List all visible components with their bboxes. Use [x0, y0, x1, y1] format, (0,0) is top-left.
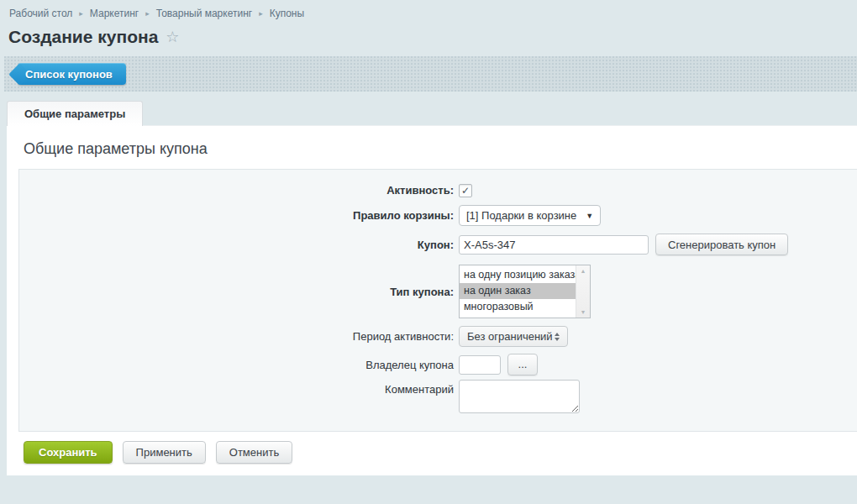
- cancel-button[interactable]: Отменить: [216, 441, 292, 464]
- basket-rule-selected-value: [1] Подарки в корзине: [466, 209, 576, 222]
- breadcrumb-item-marketing[interactable]: Маркетинг: [90, 8, 139, 19]
- coupon-form-panel: Активность: ✓ Правило корзины: [1] Подар…: [18, 169, 857, 432]
- coupon-type-option-single-order[interactable]: на один заказ: [460, 283, 576, 299]
- coupon-type-row: Тип купона: на одну позицию заказа на од…: [19, 265, 857, 318]
- tab-bar: Общие параметры: [7, 101, 857, 125]
- basket-rule-label: Правило корзины:: [19, 208, 459, 223]
- coupon-type-listbox[interactable]: на одну позицию заказа на один заказ мно…: [459, 265, 591, 318]
- footer-button-bar: Сохранить Применить Отменить: [7, 432, 857, 464]
- coupon-code-input[interactable]: [459, 235, 649, 255]
- basket-rule-row: Правило корзины: [1] Подарки в корзине ▼: [19, 205, 857, 226]
- coupon-type-option-single-item[interactable]: на одну позицию заказа: [460, 267, 576, 283]
- select-spinner-icon: [555, 333, 560, 341]
- comment-row: Комментарий: [19, 380, 857, 413]
- coupon-type-options: на одну позицию заказа на один заказ мно…: [460, 265, 576, 318]
- breadcrumb: Рабочий стол ▸ Маркетинг ▸ Товарный марк…: [0, 0, 857, 19]
- active-period-selected-value: Без ограничений: [467, 330, 553, 343]
- breadcrumb-separator-icon: ▸: [145, 8, 150, 18]
- coupon-type-label: Тип купона:: [19, 285, 459, 299]
- breadcrumb-item-desktop[interactable]: Рабочий стол: [9, 8, 72, 19]
- comment-label: Комментарий: [19, 380, 459, 396]
- toolbar: Список купонов: [4, 56, 857, 92]
- chevron-down-icon: ▼: [586, 212, 593, 220]
- comment-textarea[interactable]: [459, 380, 580, 413]
- coupon-row: Купон: Сгенерировать купон: [19, 234, 857, 255]
- owner-browse-button[interactable]: ...: [507, 354, 538, 375]
- scroll-up-icon[interactable]: ▲: [581, 268, 586, 274]
- coupon-list-button-label: Список купонов: [25, 68, 113, 81]
- active-period-label: Период активности:: [19, 329, 459, 344]
- owner-input[interactable]: [459, 355, 501, 375]
- favorite-star-icon[interactable]: ☆: [166, 29, 179, 45]
- activity-checkbox[interactable]: ✓: [459, 184, 472, 197]
- owner-label: Владелец купона: [19, 358, 459, 372]
- page-title: Создание купона: [8, 26, 158, 47]
- generate-coupon-button[interactable]: Сгенерировать купон: [655, 234, 788, 255]
- page-title-row: Создание купона ☆: [0, 19, 857, 47]
- coupon-label: Купон:: [19, 238, 459, 252]
- scroll-down-icon[interactable]: ▼: [581, 309, 586, 315]
- breadcrumb-item-coupons[interactable]: Купоны: [270, 8, 304, 19]
- tab-general-parameters[interactable]: Общие параметры: [7, 101, 143, 126]
- active-period-row: Период активности: Без ограничений: [19, 326, 857, 347]
- activity-label: Активность:: [19, 183, 459, 197]
- coupon-list-button[interactable]: Список купонов: [18, 63, 126, 85]
- section-title: Общие параметры купона: [7, 126, 857, 158]
- breadcrumb-item-product-marketing[interactable]: Товарный маркетинг: [156, 8, 252, 19]
- active-period-select[interactable]: Без ограничений: [459, 326, 568, 347]
- main-content: Общие параметры купона Активность: ✓ Пра…: [7, 125, 857, 475]
- breadcrumb-separator-icon: ▸: [79, 8, 83, 18]
- coupon-type-scrollbar[interactable]: ▲ ▼: [576, 265, 590, 318]
- apply-button[interactable]: Применить: [123, 441, 206, 464]
- basket-rule-select[interactable]: [1] Подарки в корзине ▼: [459, 205, 601, 226]
- breadcrumb-separator-icon: ▸: [259, 8, 263, 18]
- activity-row: Активность: ✓: [19, 183, 857, 197]
- owner-row: Владелец купона ...: [19, 354, 857, 375]
- coupon-type-option-multiuse[interactable]: многоразовый: [460, 299, 576, 315]
- checkmark-icon: ✓: [461, 185, 470, 197]
- save-button[interactable]: Сохранить: [24, 441, 113, 464]
